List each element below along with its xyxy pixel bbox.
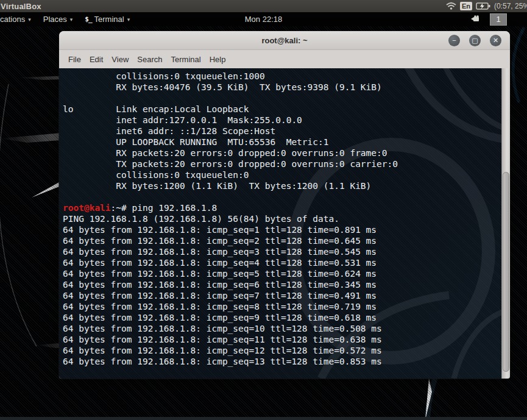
terminal-line: 64 bytes from 192.168.1.8: icmp_seq=5 tt… <box>63 268 510 279</box>
virtualbox-screen: VirtualBox En (0:57, 25% cations ▾ Plac <box>0 0 527 420</box>
terminal-line <box>63 93 510 104</box>
terminal-line: TX packets:20 errors:0 dropped:0 overrun… <box>63 158 510 169</box>
terminal-line: 64 bytes from 192.168.1.8: icmp_seq=3 tt… <box>63 246 510 257</box>
chevron-down-icon: ▾ <box>28 16 31 23</box>
menu-search[interactable]: Search <box>133 55 166 64</box>
desktop-wallpaper: root@kali: ~ − ▢ ✕ FileEditViewSearchTer… <box>0 26 527 420</box>
screen-bottom-edge <box>0 417 527 420</box>
maximize-button[interactable]: ▢ <box>469 35 481 46</box>
terminal-line: lo Link encap:Local Loopback <box>63 104 510 115</box>
window-controls: − ▢ ✕ <box>448 35 501 46</box>
host-titlebar: VirtualBox En (0:57, 25% <box>0 0 527 12</box>
chevron-down-icon: ▾ <box>127 16 130 23</box>
terminal-line: RX bytes:1200 (1.1 KiB) TX bytes:1200 (1… <box>63 180 510 191</box>
applications-menu-label: cations <box>0 15 25 24</box>
terminal-menubar: FileEditViewSearchTerminalHelp <box>59 50 510 68</box>
scrollbar-thumb[interactable] <box>503 172 509 372</box>
places-menu-label: Places <box>43 15 67 24</box>
terminal-line: 64 bytes from 192.168.1.8: icmp_seq=12 t… <box>63 345 510 356</box>
terminal-line: inet6 addr: ::1/128 Scope:Host <box>63 126 510 137</box>
terminal-titlebar[interactable]: root@kali: ~ − ▢ ✕ <box>59 31 510 50</box>
window-title: root@kali: ~ <box>261 36 307 45</box>
terminal-line: 64 bytes from 192.168.1.8: icmp_seq=13 t… <box>63 356 510 367</box>
places-menu[interactable]: Places ▾ <box>37 12 79 26</box>
terminal-line: 64 bytes from 192.168.1.8: icmp_seq=10 t… <box>63 323 510 334</box>
terminal-line: root@kali:~# ping 192.168.1.8 <box>63 202 510 213</box>
menu-edit[interactable]: Edit <box>85 55 107 64</box>
wifi-icon[interactable] <box>446 2 456 10</box>
menu-view[interactable]: View <box>107 55 133 64</box>
terminal-line: 64 bytes from 192.168.1.8: icmp_seq=2 tt… <box>63 235 510 246</box>
terminal-line: UP LOOPBACK RUNNING MTU:65536 Metric:1 <box>63 137 510 148</box>
terminal-line: RX bytes:40476 (39.5 KiB) TX bytes:9398 … <box>63 82 510 93</box>
command-text: ping 192.168.1.8 <box>127 203 217 213</box>
terminal-line <box>63 191 510 202</box>
terminal-app-icon: $_ <box>85 15 91 23</box>
terminal-scrollbar[interactable] <box>501 68 510 379</box>
panel-right-group: 1 <box>470 12 527 26</box>
applications-menu[interactable]: cations ▾ <box>0 12 37 26</box>
terminal-line: inet addr:127.0.0.1 Mask:255.0.0.0 <box>63 115 510 126</box>
screen-record-camera-icon[interactable] <box>470 15 481 23</box>
terminal-line: PING 192.168.1.8 (192.168.1.8) 56(84) by… <box>63 213 510 224</box>
host-status-area: En (0:57, 25% <box>446 0 527 12</box>
terminal-app-menu-label: Terminal <box>94 15 124 24</box>
terminal-line: 64 bytes from 192.168.1.8: icmp_seq=9 tt… <box>63 312 510 323</box>
panel-left-group: cations ▾ Places ▾ $_ Terminal ▾ <box>0 12 136 26</box>
workspace-indicator[interactable]: 1 <box>490 13 507 26</box>
clock[interactable]: Mon 22:18 <box>240 12 287 26</box>
terminal-body: collisions:0 txqueuelen:1000 RX bytes:40… <box>59 68 510 379</box>
terminal-line: 64 bytes from 192.168.1.8: icmp_seq=8 tt… <box>63 301 510 312</box>
prompt-user: root@kali <box>63 203 111 213</box>
terminal-line: RX packets:20 errors:0 dropped:0 overrun… <box>63 148 510 158</box>
keyboard-layout-badge[interactable]: En <box>460 2 472 10</box>
terminal-app-menu[interactable]: $_ Terminal ▾ <box>79 12 136 26</box>
minimize-button[interactable]: − <box>448 35 460 46</box>
chevron-down-icon: ▾ <box>70 16 73 23</box>
battery-status-text: (0:57, 25% <box>494 2 527 10</box>
top-panel: cations ▾ Places ▾ $_ Terminal ▾ Mon 22:… <box>0 12 527 26</box>
menu-terminal[interactable]: Terminal <box>167 55 205 64</box>
terminal-window: root@kali: ~ − ▢ ✕ FileEditViewSearchTer… <box>59 31 510 379</box>
terminal-line: 64 bytes from 192.168.1.8: icmp_seq=1 tt… <box>63 224 510 235</box>
terminal-line: 64 bytes from 192.168.1.8: icmp_seq=4 tt… <box>63 257 510 268</box>
close-button[interactable]: ✕ <box>490 35 501 46</box>
menu-help[interactable]: Help <box>205 55 230 64</box>
host-window-title: VirtualBox <box>1 2 41 11</box>
terminal-line: 64 bytes from 192.168.1.8: icmp_seq=6 tt… <box>63 279 510 290</box>
battery-charging-icon[interactable] <box>476 2 490 10</box>
terminal-line: 64 bytes from 192.168.1.8: icmp_seq=11 t… <box>63 334 510 345</box>
menu-file[interactable]: File <box>64 55 85 64</box>
terminal-output[interactable]: collisions:0 txqueuelen:1000 RX bytes:40… <box>59 68 510 367</box>
terminal-line: collisions:0 txqueuelen:1000 <box>63 71 510 82</box>
terminal-line: 64 bytes from 192.168.1.8: icmp_seq=7 tt… <box>63 290 510 301</box>
terminal-line: collisions:0 txqueuelen:0 <box>63 169 510 180</box>
